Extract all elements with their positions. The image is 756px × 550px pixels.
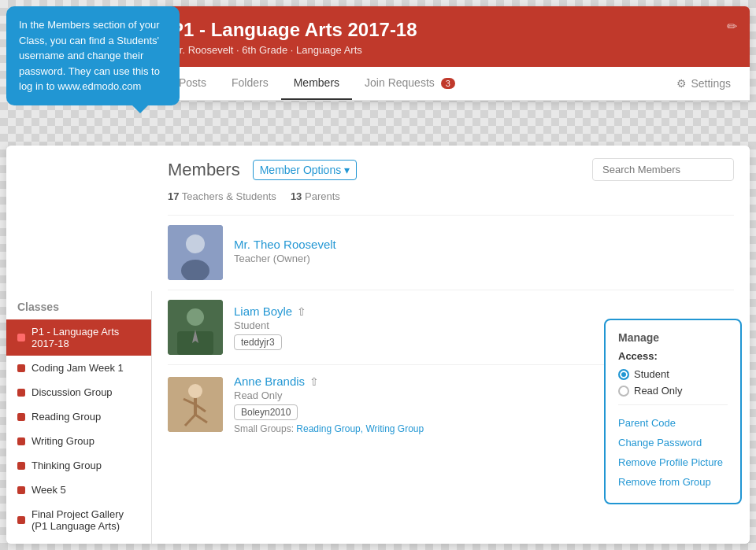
sidebar-item-gallery[interactable]: Final Project Gallery (P1 Language Arts) — [6, 502, 151, 538]
tab-settings[interactable]: ⚙ Settings — [670, 68, 737, 99]
members-header: Members Member Options ▾ — [168, 158, 734, 181]
avatar — [168, 225, 223, 280]
sidebar-label: Discussion Group — [32, 386, 113, 398]
sidebar-label: Coding Jam Week 1 — [32, 362, 124, 374]
class-title: P1 - Language Arts 2017-18 — [171, 19, 732, 41]
sidebar-label: P1 - Language Arts 2017-18 — [32, 326, 140, 349]
settings-label: Settings — [691, 77, 731, 90]
chevron-down-icon: ▾ — [344, 164, 350, 176]
sidebar-label: Week 5 — [32, 484, 66, 496]
member-counts: 17 Teachers & Students 13 Parents — [168, 190, 734, 202]
member-name: Liam Boyle ⇧ — [234, 305, 674, 318]
radio-label: Student — [634, 368, 669, 380]
sidebar-dot — [17, 486, 25, 494]
sidebar-item-p1[interactable]: P1 - Language Arts 2017-18 — [6, 319, 151, 356]
share-icon: ⇧ — [297, 305, 306, 318]
access-label: Access: — [618, 350, 728, 362]
username-badge: Boleyn2010 — [234, 404, 298, 420]
sidebar-dot — [17, 364, 25, 372]
sidebar-dot — [17, 516, 25, 524]
avatar — [168, 300, 223, 355]
header-wrapper: P1 - Language Arts 2017-18 Mr. Roosevelt… — [154, 6, 750, 101]
access-readonly-option[interactable]: Read Only — [618, 385, 728, 397]
member-info: Mr. Theo Roosevelt Teacher (Owner) — [234, 238, 734, 268]
tooltip-text: In the Members section of your Class, yo… — [19, 19, 160, 92]
members-content: Members Member Options ▾ 17 Teachers & S… — [152, 146, 750, 544]
parents-label: Parents — [305, 190, 340, 202]
page-wrapper: Classes P1 - Language Arts 2017-18 Codin… — [6, 146, 750, 544]
share-icon: ⇧ — [309, 375, 319, 388]
svg-point-1 — [186, 234, 205, 253]
sidebar-dot — [17, 389, 25, 397]
tab-folders[interactable]: Folders — [219, 67, 281, 100]
change-password-link[interactable]: Change Password — [618, 433, 728, 452]
member-role: Teacher (Owner) — [234, 253, 734, 264]
sidebar-label: Writing Group — [32, 435, 94, 447]
radio-button-selected[interactable] — [618, 369, 629, 380]
sidebar-dot — [17, 462, 25, 470]
sidebar-label: Final Project Gallery (P1 Language Arts) — [32, 508, 140, 532]
sidebar: Classes P1 - Language Arts 2017-18 Codin… — [6, 291, 152, 544]
remove-from-group-link[interactable]: Remove from Group — [618, 472, 728, 492]
sidebar-dot — [17, 334, 25, 341]
member-name-text: Anne Brandis — [234, 375, 305, 388]
member-options-button[interactable]: Member Options ▾ — [253, 160, 357, 180]
sidebar-title: Classes — [6, 291, 151, 319]
member-options-label: Member Options — [260, 164, 341, 176]
parent-code-link[interactable]: Parent Code — [618, 413, 728, 433]
sidebar-item-reading[interactable]: Reading Group — [6, 404, 151, 429]
class-header: P1 - Language Arts 2017-18 Mr. Roosevelt… — [154, 6, 750, 67]
radio-button[interactable] — [618, 386, 629, 397]
nav-tabs: Posts Folders Members Join Requests 3 ⚙ … — [154, 67, 750, 101]
class-subtitle: Mr. Roosevelt · 6th Grade · Language Art… — [171, 44, 732, 56]
tab-members[interactable]: Members — [281, 67, 352, 100]
members-title: Members — [168, 160, 240, 180]
parents-count: 13 — [291, 190, 302, 202]
sidebar-label: Reading Group — [32, 411, 101, 423]
svg-point-4 — [187, 308, 204, 326]
tooltip-bubble: In the Members section of your Class, yo… — [6, 6, 180, 105]
sidebar-item-coding[interactable]: Coding Jam Week 1 — [6, 356, 151, 380]
remove-profile-picture-link[interactable]: Remove Profile Picture — [618, 452, 728, 472]
teacher-avatar-image — [168, 225, 223, 280]
sidebar-item-week5[interactable]: Week 5 — [6, 478, 151, 502]
member-name-text: Liam Boyle — [234, 305, 292, 318]
access-student-option[interactable]: Student — [618, 368, 728, 380]
sidebar-item-discussion[interactable]: Discussion Group — [6, 380, 151, 404]
manage-panel: Manage Access: Student Read Only Parent … — [604, 319, 742, 504]
divider — [618, 404, 728, 405]
content-area: Members Member Options ▾ 17 Teachers & S… — [152, 146, 750, 544]
table-row: Mr. Theo Roosevelt Teacher (Owner) — [168, 215, 734, 290]
member-name-text: Mr. Theo Roosevelt — [234, 238, 336, 251]
edit-class-icon[interactable]: ✏ — [727, 19, 737, 34]
sidebar-dot — [17, 437, 25, 445]
radio-label: Read Only — [634, 385, 682, 397]
gear-icon: ⚙ — [676, 77, 687, 90]
manage-title: Manage — [618, 331, 728, 344]
teacher-student-count: 17 — [168, 190, 179, 202]
teacher-student-label: Teachers & Students — [182, 190, 276, 202]
member-name: Mr. Theo Roosevelt — [234, 238, 734, 251]
sidebar-item-writing[interactable]: Writing Group — [6, 429, 151, 453]
sidebar-label: Thinking Group — [32, 460, 102, 471]
search-members-input[interactable] — [592, 158, 734, 181]
anne-avatar-image — [168, 377, 223, 432]
sidebar-dot — [17, 413, 25, 421]
username-badge: teddyjr3 — [234, 334, 282, 350]
small-groups-text: Reading Group, Writing Group — [296, 423, 424, 434]
svg-point-8 — [188, 384, 202, 398]
sidebar-item-thinking[interactable]: Thinking Group — [6, 453, 151, 478]
tab-join-requests[interactable]: Join Requests 3 — [352, 67, 468, 100]
student-avatar-image — [168, 300, 223, 355]
avatar — [168, 377, 223, 432]
join-requests-badge: 3 — [441, 78, 455, 89]
